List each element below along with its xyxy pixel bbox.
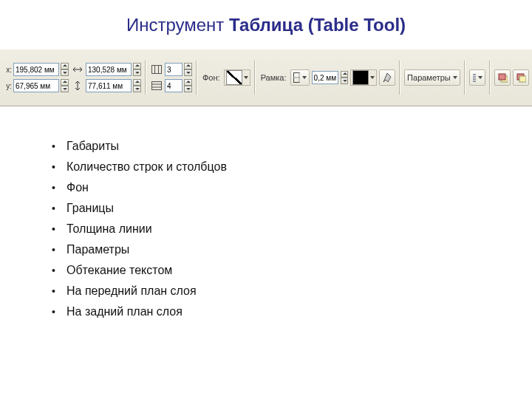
x-spinner[interactable] [61, 63, 69, 76]
y-input[interactable]: 67,965 мм [13, 79, 59, 92]
title-bold: Таблица (Table Tool) [229, 15, 406, 35]
border-width-spinner[interactable] [341, 71, 348, 84]
list-item: Параметры [52, 239, 532, 260]
svg-rect-17 [519, 76, 526, 82]
height-spinner[interactable] [133, 79, 141, 92]
width-icon [71, 63, 84, 76]
separator [145, 61, 146, 95]
to-front-button[interactable] [494, 69, 511, 86]
height-input[interactable]: 77,611 мм [86, 79, 132, 92]
list-item: Толщина линии [52, 219, 532, 239]
table-property-bar: x: 195,802 мм y: 67,965 мм 130,528 мм 77… [0, 49, 532, 106]
wrap-text-button[interactable] [469, 69, 485, 86]
separator [489, 61, 491, 95]
border-box-icon [293, 72, 300, 83]
slide-title: Инструмент Таблица (Table Tool) [0, 0, 532, 49]
no-fill-swatch [226, 70, 242, 85]
fill-label: Фон: [202, 73, 220, 82]
separator [254, 61, 256, 95]
to-back-icon [516, 72, 526, 83]
x-label: x: [3, 66, 12, 74]
list-item: На задний план слоя [52, 301, 532, 322]
to-front-icon [497, 72, 508, 83]
fill-color-dropdown[interactable] [224, 69, 250, 86]
border-width-input[interactable]: 0,2 мм [312, 71, 339, 84]
svg-rect-0 [152, 66, 162, 74]
to-back-button[interactable] [513, 69, 529, 86]
svg-rect-15 [499, 74, 505, 80]
position-group: x: 195,802 мм y: 67,965 мм [3, 63, 69, 92]
params-label: Параметры [407, 73, 451, 82]
width-spinner[interactable] [133, 63, 141, 76]
separator [399, 61, 400, 95]
list-item: Границы [52, 198, 532, 219]
list-item: Габариты [52, 136, 532, 157]
list-item: Количество строк и столбцов [52, 157, 532, 177]
wrap-text-icon [472, 72, 476, 83]
rows-icon [150, 79, 163, 92]
columns-input[interactable]: 3 [165, 63, 183, 76]
x-input[interactable]: 195,802 мм [13, 63, 59, 76]
black-swatch [352, 70, 369, 85]
cols-rows-group: 3 4 [150, 63, 192, 92]
svg-rect-3 [152, 82, 162, 90]
pen-nib-icon [382, 72, 392, 83]
y-label: y: [3, 82, 12, 90]
params-button[interactable]: Параметры [404, 69, 460, 86]
columns-spinner[interactable] [184, 63, 192, 76]
feature-list: Габариты Количество строк и столбцов Фон… [0, 106, 532, 322]
border-select-button[interactable] [290, 69, 310, 86]
rows-spinner[interactable] [184, 79, 192, 92]
height-icon [71, 79, 84, 92]
border-label: Рамка: [261, 73, 287, 82]
separator [464, 61, 466, 95]
list-item: На передний план слоя [52, 281, 532, 301]
rows-input[interactable]: 4 [165, 79, 183, 92]
list-item: Обтекание текстом [52, 260, 532, 281]
y-spinner[interactable] [61, 79, 69, 92]
list-item: Фон [52, 177, 532, 198]
outline-pen-button[interactable] [379, 69, 395, 86]
columns-icon [150, 63, 163, 76]
size-group: 130,528 мм 77,611 мм [71, 63, 141, 92]
width-input[interactable]: 130,528 мм [86, 63, 132, 76]
title-light: Инструмент [126, 15, 229, 35]
border-color-dropdown[interactable] [350, 69, 377, 86]
separator [196, 61, 197, 95]
